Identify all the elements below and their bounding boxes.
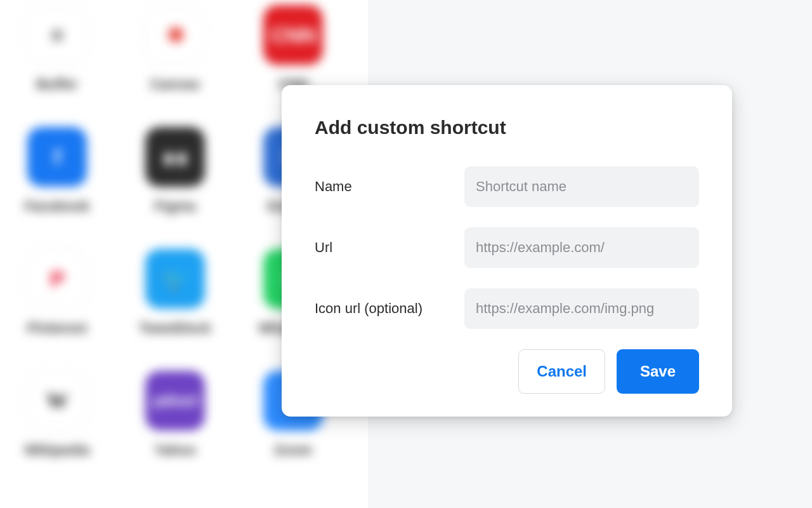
form-row-iconurl: Icon url (optional) bbox=[315, 288, 699, 329]
shortcut-label: Pinterest bbox=[27, 320, 87, 337]
shortcut-label: Figma bbox=[155, 198, 196, 215]
save-button[interactable]: Save bbox=[617, 349, 699, 394]
add-shortcut-dialog: Add custom shortcut Name Url Icon url (o… bbox=[282, 85, 732, 417]
iconurl-input[interactable] bbox=[464, 288, 699, 329]
name-input[interactable] bbox=[464, 166, 699, 207]
buffer-icon: ≡ bbox=[27, 5, 87, 65]
shortcut-item[interactable]: CNN CNN bbox=[236, 5, 350, 93]
url-input[interactable] bbox=[464, 227, 699, 268]
name-label: Name bbox=[315, 178, 464, 195]
shortcut-label: Canvas bbox=[150, 76, 200, 93]
shortcut-label: TweetDeck bbox=[139, 320, 211, 337]
shortcut-label: Zoom bbox=[274, 442, 312, 458]
canvas-icon: ✱ bbox=[145, 5, 205, 65]
tweetdeck-icon: 🐦 bbox=[145, 249, 205, 309]
cnn-icon: CNN bbox=[263, 5, 323, 65]
shortcut-item[interactable]: ∎∎ Figma bbox=[118, 127, 232, 215]
form-row-url: Url bbox=[315, 227, 699, 268]
shortcut-item[interactable]: ✱ Canvas bbox=[118, 5, 232, 93]
shortcut-item[interactable]: 🐦 TweetDeck bbox=[118, 249, 232, 337]
pinterest-icon: P bbox=[27, 249, 87, 309]
shortcut-item[interactable]: ≡ Buffer bbox=[0, 5, 114, 93]
shortcut-label: Facebook bbox=[25, 198, 90, 215]
cancel-button[interactable]: Cancel bbox=[518, 349, 605, 394]
wikipedia-icon: W bbox=[27, 371, 87, 431]
shortcut-item[interactable]: f Facebook bbox=[0, 127, 114, 215]
shortcut-label: Buffer bbox=[37, 76, 78, 93]
shortcut-item[interactable]: yahoo! Yahoo bbox=[118, 371, 232, 458]
dialog-actions: Cancel Save bbox=[315, 349, 699, 394]
form-row-name: Name bbox=[315, 166, 699, 207]
iconurl-label: Icon url (optional) bbox=[315, 300, 464, 317]
yahoo-icon: yahoo! bbox=[145, 371, 205, 431]
shortcut-item[interactable]: W Wikipedia bbox=[0, 371, 114, 458]
dialog-title: Add custom shortcut bbox=[315, 117, 699, 138]
shortcut-label: Yahoo bbox=[154, 442, 196, 458]
shortcut-item[interactable]: P Pinterest bbox=[0, 249, 114, 337]
facebook-icon: f bbox=[27, 127, 87, 187]
url-label: Url bbox=[315, 239, 464, 256]
shortcut-label: Wikipedia bbox=[25, 442, 90, 458]
figma-icon: ∎∎ bbox=[145, 127, 205, 187]
